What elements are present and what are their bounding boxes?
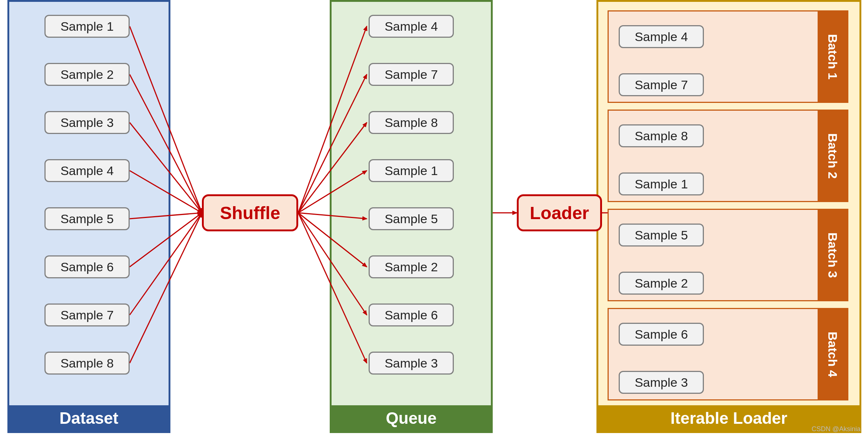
batch-sample: Sample 1 [619, 172, 704, 195]
batch-tab: Batch 4 [818, 309, 847, 399]
diagram-stage: Dataset Queue Iterable Loader Shuffle Lo… [0, 0, 868, 436]
batch-tab: Batch 2 [818, 111, 847, 201]
queue-sample: Sample 5 [369, 207, 454, 230]
watermark: CSDN @Aksinia [812, 425, 861, 433]
dataset-sample: Sample 3 [44, 111, 130, 134]
queue-sample: Sample 7 [369, 63, 454, 86]
queue-label: Queue [332, 405, 491, 431]
dataset-sample: Sample 5 [44, 207, 130, 230]
queue-sample: Sample 2 [369, 255, 454, 278]
batch-sample: Sample 4 [619, 25, 704, 48]
dataset-sample: Sample 6 [44, 255, 130, 278]
queue-sample: Sample 8 [369, 111, 454, 134]
queue-sample: Sample 4 [369, 15, 454, 38]
batch-tab: Batch 1 [818, 11, 847, 102]
queue-sample: Sample 3 [369, 352, 454, 375]
dataset-sample: Sample 7 [44, 303, 130, 326]
queue-sample: Sample 1 [369, 159, 454, 182]
batch-sample: Sample 7 [619, 73, 704, 96]
batch-sample: Sample 2 [619, 272, 704, 295]
batch-sample: Sample 8 [619, 124, 704, 147]
batch-sample: Sample 5 [619, 224, 704, 246]
dataset-sample: Sample 4 [44, 159, 130, 182]
batch-sample: Sample 3 [619, 371, 704, 394]
loader-node: Loader [517, 194, 602, 231]
dataset-label: Dataset [9, 405, 169, 431]
shuffle-node: Shuffle [202, 194, 298, 231]
batch-tab: Batch 3 [818, 210, 847, 300]
batch-sample: Sample 6 [619, 323, 704, 346]
queue-sample: Sample 6 [369, 303, 454, 326]
dataset-sample: Sample 1 [44, 15, 130, 38]
dataset-sample: Sample 8 [44, 352, 130, 375]
dataset-sample: Sample 2 [44, 63, 130, 86]
